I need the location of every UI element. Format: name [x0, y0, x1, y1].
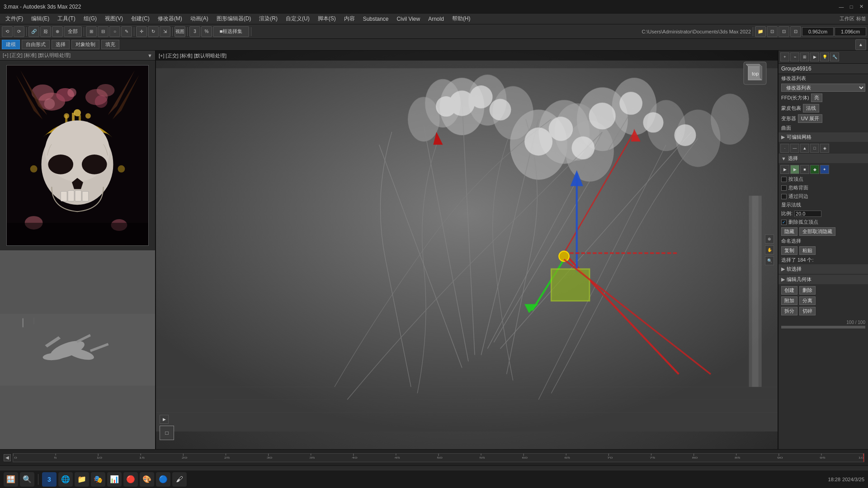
taskbar-app-5[interactable]: 🔵: [156, 472, 170, 487]
maximize-button[interactable]: □: [848, 4, 854, 10]
sel-icon-3[interactable]: ■: [800, 165, 809, 174]
display-panel-icon[interactable]: 💡: [820, 52, 829, 61]
vertex-icon[interactable]: ·: [780, 144, 789, 153]
menu-arnold[interactable]: Arnold: [425, 15, 448, 23]
rotate-button[interactable]: ↻: [148, 26, 159, 37]
menu-content[interactable]: 内容: [340, 14, 359, 23]
sel-icon-5[interactable]: ✦: [820, 165, 829, 174]
ref-coord-button[interactable]: 视图: [175, 26, 185, 37]
delete-isolated-checkbox[interactable]: [781, 220, 787, 225]
toolbar-misc-3[interactable]: ⊡: [790, 26, 801, 37]
utilities-panel-icon[interactable]: 🔧: [830, 52, 839, 61]
undo-button[interactable]: ⟲: [2, 26, 13, 37]
taskbar-app-3[interactable]: 🔴: [123, 472, 138, 487]
paint-button[interactable]: ✎: [121, 26, 132, 37]
folder-button[interactable]: 📁: [755, 26, 766, 37]
taskbar-app-6[interactable]: 🖌: [172, 472, 187, 487]
menu-render[interactable]: 渲染(R): [255, 14, 281, 23]
detach-button[interactable]: 分离: [799, 296, 816, 305]
minimize-button[interactable]: —: [838, 4, 844, 10]
taskbar-app-1[interactable]: 🎭: [91, 472, 105, 487]
menu-create[interactable]: 创建(C): [127, 14, 153, 23]
other-button[interactable]: 切碎: [799, 307, 816, 315]
delete-button[interactable]: 删除: [799, 286, 816, 295]
file-manager-icon[interactable]: 📁: [75, 472, 89, 487]
viewport-square-icon[interactable]: □: [160, 426, 174, 440]
lasso-button[interactable]: ○: [109, 26, 120, 37]
pan-icon[interactable]: ✋: [765, 245, 774, 254]
editable-mesh-header[interactable]: ▶ 可编辑网格: [778, 132, 868, 142]
menu-tools[interactable]: 工具(T): [54, 14, 79, 23]
close-button[interactable]: ✕: [858, 4, 864, 10]
viewport-settings-icon[interactable]: ▼: [147, 53, 152, 58]
x-coord-input[interactable]: [802, 27, 834, 36]
scroll-bar[interactable]: [781, 326, 865, 328]
object-paint-button[interactable]: 对象绘制: [71, 40, 99, 49]
modeling-button[interactable]: 建模: [2, 40, 20, 49]
menu-view[interactable]: 视图(V): [101, 14, 127, 23]
create-button[interactable]: 创建: [781, 286, 797, 295]
unhide-all-button[interactable]: 全部取消隐藏: [799, 227, 835, 236]
ignore-back-checkbox[interactable]: [781, 185, 787, 191]
snap-button[interactable]: 3: [189, 26, 200, 37]
ratio-input[interactable]: [794, 211, 821, 217]
unlink-button[interactable]: ⛓: [40, 26, 51, 37]
menu-customize[interactable]: 自定义(U): [282, 14, 313, 23]
search-button[interactable]: 🔍: [20, 472, 34, 487]
menu-group[interactable]: 组(G): [80, 14, 100, 23]
taskbar-app-2[interactable]: 📊: [107, 472, 122, 487]
paste-button[interactable]: 粘贴: [799, 246, 816, 255]
selection-button[interactable]: 选择: [52, 40, 70, 49]
percent-button[interactable]: %: [201, 26, 212, 37]
populate-button[interactable]: 填充: [101, 40, 119, 49]
link-button[interactable]: 🔗: [28, 26, 39, 37]
vertex-checkbox[interactable]: [781, 177, 787, 182]
morpher-btn[interactable]: UV 展开: [798, 114, 822, 123]
menu-edit[interactable]: 编辑(E): [28, 14, 53, 23]
menu-file[interactable]: 文件(F): [2, 14, 27, 23]
bind-button[interactable]: ⊕: [52, 26, 63, 37]
y-coord-input[interactable]: [835, 27, 866, 36]
hierarchy-panel-icon[interactable]: ⊞: [800, 52, 809, 61]
modify-panel-icon[interactable]: ⌁: [790, 52, 799, 61]
menu-modifiers[interactable]: 修改器(M): [154, 14, 186, 23]
zoom-icon[interactable]: 🔍: [765, 256, 774, 265]
modifier-dropdown[interactable]: 修改器列表: [781, 84, 865, 92]
nav-cube[interactable]: top: [741, 60, 769, 87]
orbit-icon[interactable]: ⊕: [765, 235, 774, 244]
timeline-toggle[interactable]: ◀: [4, 454, 11, 461]
by-angle-checkbox[interactable]: [781, 194, 787, 199]
poly-icon[interactable]: □: [810, 144, 819, 153]
3dsmax-taskbar-icon[interactable]: 3: [42, 472, 57, 487]
select-region-button[interactable]: ⊟: [98, 26, 108, 37]
hide-button[interactable]: 隐藏: [781, 227, 797, 236]
select-mode-icon[interactable]: ▶: [160, 415, 169, 424]
soft-selection-header[interactable]: ▶ 软选择: [778, 264, 868, 274]
select-filter-button[interactable]: ■框选择集: [213, 26, 249, 37]
face-icon[interactable]: ▲: [800, 144, 809, 153]
start-button[interactable]: 🪟: [4, 472, 18, 487]
attach-button[interactable]: 附加: [781, 296, 797, 305]
selection-header[interactable]: ▼ 选择: [778, 154, 868, 163]
skin-wrap-btn[interactable]: 法线: [803, 104, 819, 113]
menu-animation[interactable]: 动画(A): [187, 14, 212, 23]
subdivide-button[interactable]: 拆分: [781, 307, 797, 315]
menu-civil[interactable]: Civil View: [393, 15, 424, 23]
element-icon[interactable]: ◈: [820, 144, 829, 153]
edit-geometry-header[interactable]: ▶ 编辑几何体: [778, 275, 868, 284]
browser-icon[interactable]: 🌐: [58, 472, 73, 487]
ffd-btn-1[interactable]: 亮: [811, 94, 822, 102]
sel-icon-2[interactable]: ▶: [790, 165, 799, 174]
menu-help[interactable]: 帮助(H): [448, 14, 474, 23]
edge-icon[interactable]: —: [790, 144, 799, 153]
taskbar-app-4[interactable]: 🎨: [140, 472, 154, 487]
redo-button[interactable]: ⟳: [14, 26, 24, 37]
copy-button[interactable]: 复制: [781, 246, 797, 255]
select-all-button[interactable]: 全部: [64, 26, 82, 37]
toolbar-misc-2[interactable]: ⊡: [778, 26, 789, 37]
scale-button[interactable]: ⇲: [160, 26, 170, 37]
timeline-track[interactable]: 0 5 10 15 20 25 30 35 40 45 50: [13, 453, 864, 462]
sel-icon-1[interactable]: ▶: [780, 165, 789, 174]
freeform-button[interactable]: 自由形式: [22, 40, 50, 49]
move-button[interactable]: ✛: [136, 26, 147, 37]
